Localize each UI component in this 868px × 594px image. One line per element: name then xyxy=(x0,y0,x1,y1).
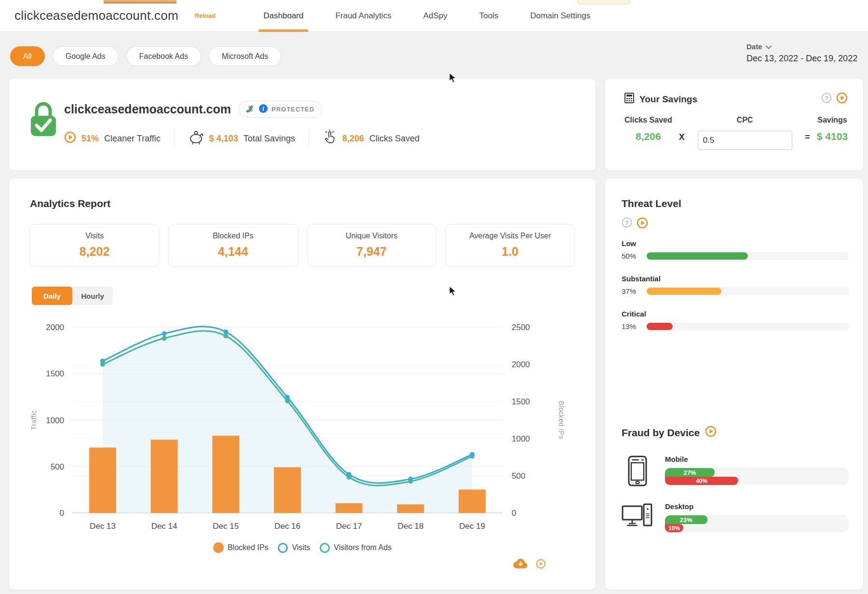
threat-level-card: Threat Level ? Low50%Substantial37%Criti… xyxy=(605,179,863,590)
desktop-icon xyxy=(622,502,653,531)
svg-text:1000: 1000 xyxy=(46,416,64,425)
threat-bar-track xyxy=(647,252,849,260)
legend-item-visits: Visits xyxy=(278,543,310,553)
svg-text:Dec 17: Dec 17 xyxy=(336,522,362,531)
threat-bar-fill xyxy=(647,323,673,330)
stat-label: Total Savings xyxy=(244,134,295,144)
svg-text:500: 500 xyxy=(512,471,525,481)
threat-row-low: Low50% xyxy=(622,239,849,260)
stat-card-value: 8,202 xyxy=(80,245,110,259)
chart-canvas: 050010001500200005001000150020002500Traf… xyxy=(20,302,585,539)
svg-text:Traffic: Traffic xyxy=(30,410,38,430)
svg-text:?: ? xyxy=(825,95,828,102)
clicks-saved-header: Clicks Saved xyxy=(624,116,672,124)
tab-tools[interactable]: Tools xyxy=(475,0,503,32)
help-icon[interactable]: ? xyxy=(622,217,632,231)
stat-card-label: Unique Visitors xyxy=(346,232,397,240)
protected-lock-icon xyxy=(30,100,56,139)
filter-pill-google-ads[interactable]: Google Ads xyxy=(53,46,119,66)
device-clean-bar: 23% xyxy=(665,515,707,524)
domain-stat-clicks-saved: 8,206Clicks Saved xyxy=(309,129,433,148)
stat-card-average-visits-per-user: Average Visits Per User1.0 xyxy=(446,224,575,266)
help-icon[interactable]: ? xyxy=(821,93,832,106)
svg-text:500: 500 xyxy=(51,462,64,471)
your-savings-card: Your Savings ? Clicks Saved 8,206 X CPC … xyxy=(605,79,863,170)
svg-text:2000: 2000 xyxy=(512,360,530,369)
device-bar-track: 23%10% xyxy=(665,515,849,532)
threat-label: Critical xyxy=(622,310,849,318)
threat-level-title: Threat Level xyxy=(622,198,681,209)
mouse-cursor xyxy=(448,286,459,299)
threat-bar-fill xyxy=(647,288,721,295)
stat-card-visits: Visits8,202 xyxy=(30,224,159,266)
legend-swatch xyxy=(213,542,224,553)
svg-text:Dec 13: Dec 13 xyxy=(90,522,116,531)
analytics-title: Analytics Report xyxy=(30,198,110,209)
threat-label: Low xyxy=(622,239,849,248)
filter-pill-all[interactable]: All xyxy=(10,46,45,66)
device-clean-bar: 27% xyxy=(665,468,715,477)
filter-pill-microsoft-ads[interactable]: Microsoft Ads xyxy=(209,46,281,66)
filter-pill-facebook-ads[interactable]: Facebook Ads xyxy=(126,46,201,66)
svg-text:2000: 2000 xyxy=(46,323,64,332)
tab-adspy[interactable]: AdSpy xyxy=(419,0,452,32)
stat-card-value: 1.0 xyxy=(502,245,518,259)
svg-text:0: 0 xyxy=(60,509,64,518)
tab-fraud-analytics[interactable]: Fraud Analytics xyxy=(330,0,396,32)
play-circle-icon[interactable] xyxy=(836,92,848,106)
device-fraud-bar: 40% xyxy=(665,477,738,485)
tab-domain-settings[interactable]: Domain Settings xyxy=(525,0,595,32)
threat-percent: 50% xyxy=(622,252,641,260)
stat-card-label: Average Visits Per User xyxy=(469,232,551,240)
legend-label: Visits xyxy=(292,543,310,552)
play-circle-icon[interactable] xyxy=(705,426,717,440)
traffic-chart: 050010001500200005001000150020002500Traf… xyxy=(20,302,585,553)
device-bar-track: 27%40% xyxy=(665,468,849,485)
device-row-mobile: Mobile27%40% xyxy=(622,455,849,487)
threat-row-substantial: Substantial37% xyxy=(622,275,849,295)
savings-header: Savings xyxy=(817,116,847,124)
legend-label: Blocked IPs xyxy=(228,543,268,552)
svg-text:0: 0 xyxy=(512,509,516,518)
fraud-by-device-section: Fraud by Device Mobile27%40%Desktop23%10… xyxy=(622,426,849,532)
stat-value: 8,206 xyxy=(342,134,364,144)
date-picker[interactable]: Date Dec 13, 2022 - Dec 19, 2022 xyxy=(746,42,857,64)
threat-percent: 13% xyxy=(622,322,641,331)
mouse-cursor xyxy=(448,72,459,86)
domain-summary-card: clickceasedemoaccount.com f PROTECTED xyxy=(9,79,596,170)
ad-network-filter-bar: AllGoogle AdsFacebook AdsMicrosoft Ads xyxy=(10,46,281,66)
piggy-bank-icon xyxy=(188,130,204,147)
threat-label: Substantial xyxy=(622,275,849,283)
play-circle-icon[interactable] xyxy=(536,559,546,571)
svg-text:Dec 16: Dec 16 xyxy=(274,522,300,531)
card-domain-name: clickceasedemoaccount.com xyxy=(64,102,231,116)
analytics-stat-cards: Visits8,202Blocked IPs4,144Unique Visito… xyxy=(30,224,575,266)
fraud-by-device-title: Fraud by Device xyxy=(622,427,700,439)
domain-stat-cleaner-traffic: 51%Cleaner Traffic xyxy=(64,131,174,146)
cutoff-top-button xyxy=(577,0,630,4)
reload-link[interactable]: Reload xyxy=(195,12,216,19)
legend-swatch xyxy=(278,543,288,553)
domain-title: clickceasedemoaccount.com xyxy=(14,8,178,23)
threat-bar-fill xyxy=(647,252,748,260)
device-rows: Mobile27%40%Desktop23%10% xyxy=(622,455,849,532)
svg-text:2500: 2500 xyxy=(512,323,530,332)
cpc-header: CPC xyxy=(737,116,753,124)
legend-label: Visitors from Ads xyxy=(334,543,392,552)
play-circle-icon[interactable] xyxy=(637,217,648,231)
calculator-icon xyxy=(624,93,634,106)
stat-card-label: Blocked IPs xyxy=(213,232,253,240)
svg-text:f: f xyxy=(262,106,265,112)
cpc-input[interactable] xyxy=(698,131,792,150)
legend-swatch xyxy=(320,543,330,553)
threat-bar-track xyxy=(647,288,849,295)
chevron-down-icon xyxy=(766,42,772,51)
analytics-report-card: Analytics Report Visits8,202Blocked IPs4… xyxy=(9,179,596,590)
click-hand-icon xyxy=(323,129,337,148)
svg-text:1500: 1500 xyxy=(512,397,530,406)
date-label: Date xyxy=(746,42,762,51)
tab-dashboard[interactable]: Dashboard xyxy=(258,0,308,32)
svg-text:Blocked IPs: Blocked IPs xyxy=(557,401,565,439)
cloud-download-icon[interactable] xyxy=(512,558,528,572)
protected-badge[interactable]: f PROTECTED xyxy=(239,101,322,118)
